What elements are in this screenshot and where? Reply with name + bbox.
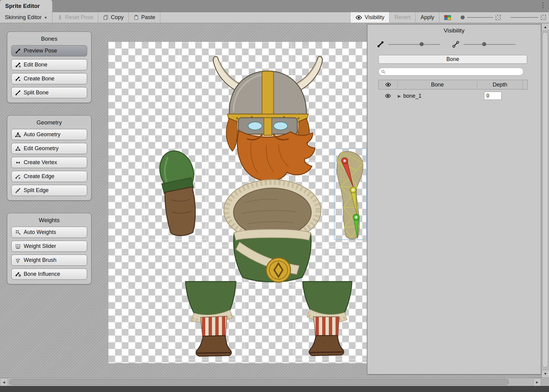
create-edge-button[interactable]: Create Edge [11, 171, 87, 182]
bone-search-input[interactable] [387, 69, 521, 74]
skinning-editor-dropdown[interactable]: Skinning Editor ▼ [0, 12, 53, 23]
color-swatch-icon [444, 15, 451, 20]
bone-tab-label: Bone [446, 56, 459, 63]
tab-sprite-editor[interactable]: Sprite Editor [0, 0, 52, 12]
bone-visibility-toggle[interactable] [378, 94, 397, 98]
slider-track[interactable] [388, 44, 440, 45]
kebab-menu-icon[interactable]: ⋮ [539, 2, 547, 9]
weight-slider-label: Weight Slider [24, 243, 56, 249]
auto-geometry-button[interactable]: Auto Geometry [11, 129, 87, 140]
bone-split-icon [15, 90, 21, 96]
paste-icon [134, 15, 139, 20]
slider-track[interactable] [463, 44, 516, 45]
create-edge-label: Create Edge [24, 173, 54, 180]
sprite-left-leg[interactable] [186, 282, 236, 356]
visibility-toggle-button[interactable]: Visibility [350, 12, 390, 23]
slider-knob[interactable] [482, 42, 486, 46]
slider-track[interactable] [467, 17, 493, 18]
eye-icon [385, 83, 391, 87]
auto-geometry-label: Auto Geometry [24, 131, 60, 138]
pose-figure-icon [57, 15, 63, 20]
bones-toolbox: Bones Preview Pose Edit Bone Create Bone… [7, 32, 91, 103]
revert-label: Revert [394, 14, 411, 21]
slider-knob[interactable] [420, 42, 424, 46]
visibility-label: Visibility [365, 14, 384, 21]
vertical-scrollbar[interactable]: ▲ ▼ [541, 23, 549, 378]
scroll-up-arrow[interactable]: ▲ [541, 23, 549, 31]
weight-brush-button[interactable]: Weight Brush [11, 255, 87, 266]
mesh-opacity-slider[interactable] [506, 12, 549, 23]
bone-tab-button[interactable]: Bone [378, 55, 527, 64]
bone-influence-label: Bone Influence [24, 271, 60, 277]
auto-weights-label: Auto Weights [24, 229, 56, 235]
edit-geometry-button[interactable]: Edit Geometry [11, 143, 87, 154]
bone-row-name[interactable]: bone_1 [403, 93, 421, 99]
copy-label: Copy [111, 14, 124, 21]
copy-button[interactable]: Copy [98, 12, 129, 23]
apply-label: Apply [421, 14, 434, 21]
skinning-editor-label: Skinning Editor [5, 14, 42, 21]
bone-opacity-slider[interactable] [377, 40, 440, 48]
bone-search [378, 68, 523, 76]
sprite-preview-swatch[interactable] [439, 12, 456, 23]
scroll-left-arrow[interactable]: ◄ [0, 378, 8, 386]
vertex-create-icon [15, 160, 21, 166]
bone-influence-button[interactable]: Bone Influence [11, 269, 87, 280]
alpha-checker-icon [541, 15, 546, 20]
sprite-editor-window: Sprite Editor ⋮ Skinning Editor ▼ Reset … [0, 0, 549, 392]
split-bone-button[interactable]: Split Bone [11, 87, 87, 98]
geometry-toolbox: Geometry Auto Geometry Edit Geometry Cre… [7, 115, 91, 201]
sprite-canvas-art [108, 42, 367, 363]
revert-button[interactable]: Revert [390, 12, 416, 23]
create-bone-button[interactable]: Create Bone [11, 73, 87, 84]
bone-table-header: Bone Depth [378, 80, 528, 90]
bone-outline-icon [452, 40, 460, 48]
apply-button[interactable]: Apply [416, 12, 439, 23]
slider-knob[interactable] [461, 15, 465, 19]
weight-slider-button[interactable]: Weight Slider [11, 241, 87, 252]
create-bone-label: Create Bone [24, 76, 54, 82]
horizontal-scrollbar[interactable]: ◄ ► [0, 378, 541, 386]
horizontal-scroll-thumb[interactable] [9, 379, 509, 385]
split-edge-label: Split Edge [24, 187, 49, 194]
sprite-arm-selected[interactable] [334, 149, 367, 240]
bone-depth-input[interactable] [484, 92, 502, 100]
title-bar: Sprite Editor ⋮ [0, 0, 549, 12]
reset-pose-label: Reset Pose [65, 14, 93, 21]
edge-create-icon [15, 174, 21, 180]
scrollbar-corner [541, 378, 549, 386]
depth-column-header[interactable]: Depth [477, 82, 523, 88]
sprite-alpha-slider[interactable] [456, 12, 506, 23]
auto-weights-button[interactable]: Auto Weights [11, 227, 87, 238]
disclosure-triangle-icon[interactable]: ▶ [398, 94, 401, 98]
edit-bone-button[interactable]: Edit Bone [11, 59, 87, 70]
window-bottom-bar [0, 386, 549, 392]
edit-geometry-label: Edit Geometry [24, 145, 59, 152]
split-bone-label: Split Bone [24, 90, 49, 96]
sprite-mitten[interactable] [155, 147, 199, 236]
bone-row[interactable]: ▶ bone_1 [378, 91, 528, 101]
alpha-checker-icon [496, 15, 501, 20]
toolbar-right: Visibility Revert Apply [350, 12, 549, 23]
eye-icon [385, 94, 391, 98]
sprite-torso[interactable] [224, 180, 321, 282]
bone-column-header[interactable]: Bone [397, 82, 477, 88]
mesh-opacity-slider-panel[interactable] [452, 40, 516, 48]
weights-slider-icon [15, 243, 21, 249]
scroll-down-arrow[interactable]: ▼ [541, 370, 549, 378]
reset-pose-button[interactable]: Reset Pose [53, 12, 98, 23]
sprite-head[interactable] [213, 56, 322, 181]
preview-pose-button[interactable]: Preview Pose [11, 45, 87, 56]
weights-auto-icon [15, 229, 21, 235]
vertical-scroll-thumb[interactable] [542, 32, 548, 367]
visibility-column-header[interactable] [379, 83, 397, 87]
slider-track[interactable] [510, 17, 538, 18]
preview-pose-label: Preview Pose [24, 48, 57, 54]
edit-bone-label: Edit Bone [24, 62, 47, 68]
weights-toolbox-title: Weights [11, 217, 87, 224]
create-vertex-button[interactable]: Create Vertex [11, 157, 87, 168]
split-edge-button[interactable]: Split Edge [11, 185, 87, 196]
scroll-right-arrow[interactable]: ► [533, 378, 541, 386]
paste-button[interactable]: Paste [129, 12, 160, 23]
sprite-right-leg[interactable] [303, 282, 352, 356]
